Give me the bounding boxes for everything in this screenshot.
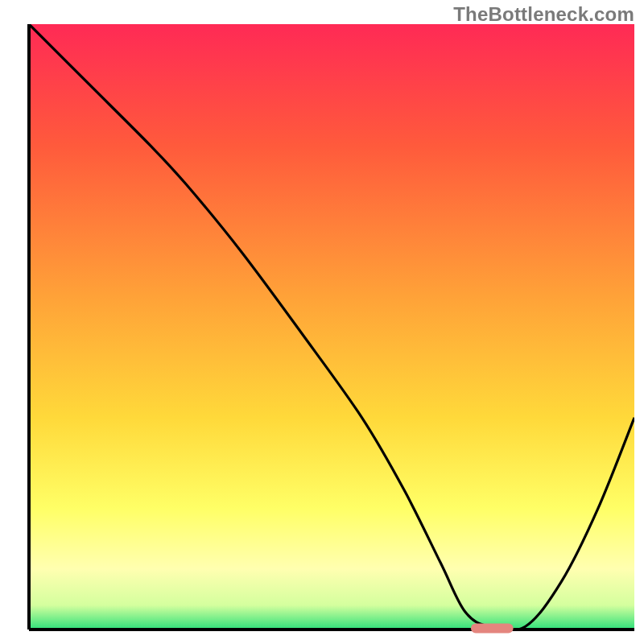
bottleneck-chart — [0, 0, 644, 644]
watermark-label: TheBottleneck.com — [453, 3, 634, 26]
optimal-range-marker — [471, 623, 514, 633]
chart-container: TheBottleneck.com — [0, 0, 644, 644]
